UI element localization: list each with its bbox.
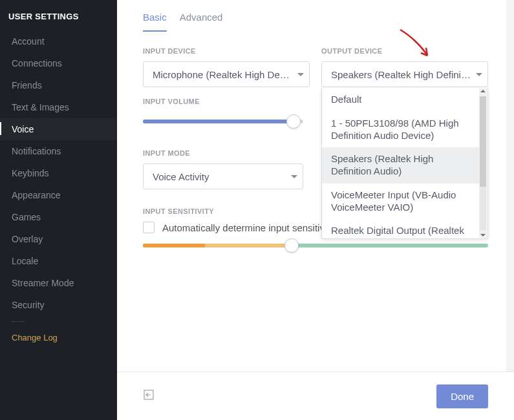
sidebar-item-friends[interactable]: Friends bbox=[0, 74, 117, 96]
slider-thumb[interactable] bbox=[286, 114, 301, 129]
input-volume-label: INPUT VOLUME bbox=[143, 98, 303, 105]
output-option-amd[interactable]: 1 - 50PFL3108/98 (AMD High Definition Au… bbox=[322, 112, 480, 148]
input-device-value: Microphone (Realtek High De… bbox=[153, 69, 290, 80]
scroll-up-icon[interactable] bbox=[480, 90, 486, 92]
sidebar-item-overlay[interactable]: Overlay bbox=[0, 228, 117, 250]
sensitivity-slider[interactable] bbox=[143, 244, 488, 247]
done-button[interactable]: Done bbox=[436, 384, 488, 408]
settings-sidebar: USER SETTINGS Account Connections Friend… bbox=[0, 0, 117, 420]
sensitivity-thumb[interactable] bbox=[284, 238, 299, 253]
dropdown-scrollbar[interactable] bbox=[479, 89, 487, 238]
output-option-voicemeeter[interactable]: VoiceMeeter Input (VB-Audio VoiceMeeter … bbox=[322, 184, 480, 220]
footer-bar: Done bbox=[117, 372, 514, 420]
scroll-down-icon[interactable] bbox=[480, 234, 486, 236]
output-device-value: Speakers (Realtek High Defini… bbox=[331, 69, 471, 80]
input-device-select[interactable]: Microphone (Realtek High De… bbox=[143, 61, 310, 87]
input-volume-slider[interactable] bbox=[143, 120, 303, 123]
scrollbar-thumb[interactable] bbox=[480, 96, 486, 187]
sidebar-item-streamer-mode[interactable]: Streamer Mode bbox=[0, 272, 117, 294]
sensitivity-segment-amber bbox=[205, 244, 292, 247]
chevron-down-icon bbox=[476, 73, 482, 76]
chevron-down-icon bbox=[291, 175, 297, 178]
auto-sensitivity-label: Automatically determine input sensitivit… bbox=[162, 222, 336, 233]
output-option-realtek-digital[interactable]: Realtek Digital Output (Realtek bbox=[322, 219, 480, 238]
sidebar-item-account[interactable]: Account bbox=[0, 30, 117, 52]
output-device-select[interactable]: Speakers (Realtek High Defini… bbox=[321, 61, 488, 87]
chevron-down-icon bbox=[297, 73, 304, 76]
sidebar-item-connections[interactable]: Connections bbox=[0, 52, 117, 74]
output-device-label: OUTPUT DEVICE bbox=[321, 47, 488, 55]
sidebar-item-security[interactable]: Security bbox=[0, 294, 117, 316]
back-icon[interactable] bbox=[143, 389, 155, 404]
settings-tabs: Basic Advanced bbox=[143, 12, 488, 32]
sidebar-item-appearance[interactable]: Appearance bbox=[0, 184, 117, 206]
sidebar-item-voice[interactable]: Voice bbox=[0, 118, 117, 140]
tab-basic[interactable]: Basic bbox=[143, 12, 167, 32]
sidebar-item-keybinds[interactable]: Keybinds bbox=[0, 162, 117, 184]
sidebar-item-games[interactable]: Games bbox=[0, 206, 117, 228]
input-device-label: INPUT DEVICE bbox=[143, 47, 310, 55]
output-option-default[interactable]: Default bbox=[322, 88, 480, 112]
output-option-speakers[interactable]: Speakers (Realtek High Definition Audio) bbox=[322, 147, 480, 184]
slider-fill bbox=[143, 120, 294, 123]
auto-sensitivity-checkbox[interactable] bbox=[143, 222, 155, 233]
sidebar-separator bbox=[12, 321, 25, 322]
output-device-dropdown: Default 1 - 50PFL3108/98 (AMD High Defin… bbox=[321, 88, 488, 239]
sidebar-title: USER SETTINGS bbox=[0, 12, 117, 30]
input-mode-value: Voice Activity bbox=[153, 171, 209, 182]
input-mode-select[interactable]: Voice Activity bbox=[143, 163, 303, 189]
sidebar-item-notifications[interactable]: Notifications bbox=[0, 140, 117, 162]
sidebar-changelog[interactable]: Change Log bbox=[0, 327, 117, 348]
sidebar-item-locale[interactable]: Locale bbox=[0, 250, 117, 272]
sidebar-item-text-images[interactable]: Text & Images bbox=[0, 96, 117, 118]
tab-advanced[interactable]: Advanced bbox=[180, 12, 223, 32]
sensitivity-segment-orange bbox=[143, 244, 205, 247]
input-mode-label: INPUT MODE bbox=[143, 149, 303, 157]
